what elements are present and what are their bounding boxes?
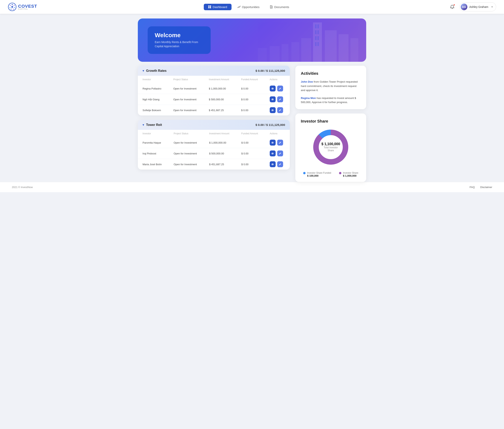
investment-amount: $ 1,000,000.00 bbox=[204, 83, 236, 94]
investor-name: Regina Pollastro bbox=[138, 83, 169, 94]
row-actions bbox=[265, 94, 290, 105]
project-status: Open for Investment bbox=[169, 105, 204, 116]
investment-amount: $ 500,000.00 bbox=[204, 148, 237, 159]
view-button[interactable] bbox=[270, 161, 276, 167]
row-actions bbox=[265, 148, 290, 159]
tower-reit-total: $ 0.00 / $ 111,125,000 bbox=[256, 123, 285, 126]
col-investment-1: Investment Amount bbox=[204, 76, 236, 83]
activities-list: John Doe from Golden Tower Project reque… bbox=[301, 80, 361, 105]
legend-share: Investor Share $ 1,000,000 bbox=[339, 172, 358, 177]
activity-item: Regina Mon has requested to Invest amoun… bbox=[301, 96, 361, 105]
edit-button[interactable] bbox=[277, 96, 283, 102]
welcome-box: Welcome Earn Monthly Rents & Benefit Fro… bbox=[148, 26, 211, 54]
svg-point-52 bbox=[272, 153, 273, 154]
project-status: Open for Investment bbox=[169, 83, 204, 94]
svg-point-40 bbox=[272, 88, 273, 89]
nav-opportunities[interactable]: Opportunities bbox=[233, 4, 264, 10]
growth-rates-table: Investor Project Status Investment Amoun… bbox=[138, 76, 290, 115]
row-actions bbox=[265, 105, 290, 116]
table-row: Ngô Hải Giang Open for Investment $ 500,… bbox=[138, 94, 290, 105]
activities-title: Activities bbox=[301, 71, 361, 76]
growth-rates-title: Growth Rates bbox=[146, 69, 167, 73]
donut-chart-container: $ 1,100,000 Total Investor Share bbox=[301, 127, 361, 167]
investor-name: Ngô Hải Giang bbox=[138, 94, 169, 105]
svg-line-10 bbox=[12, 5, 14, 7]
edit-button[interactable] bbox=[277, 161, 283, 167]
view-button[interactable] bbox=[270, 107, 276, 113]
investment-amount: $ 1,000,000.00 bbox=[204, 137, 237, 148]
col-status-1: Project Status bbox=[169, 76, 204, 83]
funded-amount: $ 0.00 bbox=[237, 148, 265, 159]
nav-dashboard[interactable]: Dashboard bbox=[204, 4, 231, 10]
view-button[interactable] bbox=[270, 140, 276, 146]
notification-dot bbox=[453, 4, 455, 6]
user-name: Ashley Graham bbox=[469, 5, 488, 9]
col-investor-2: Investor bbox=[138, 130, 169, 137]
col-investor-1: Investor bbox=[138, 76, 169, 83]
legend-share-dot bbox=[339, 172, 341, 174]
table-row: Sofietje Boksem Open for Investment $ 45… bbox=[138, 105, 290, 116]
project-status: Open for Investment bbox=[169, 94, 204, 105]
investment-amount: $ 451,687.25 bbox=[204, 159, 237, 170]
row-actions bbox=[265, 83, 290, 94]
footer-faq[interactable]: FAQ bbox=[469, 186, 475, 189]
nav-documents[interactable]: Documents bbox=[265, 4, 294, 10]
legend-funded-value: $ 100,000 bbox=[307, 174, 331, 177]
view-button[interactable] bbox=[270, 150, 276, 156]
funded-amount: $ 0.00 bbox=[237, 137, 265, 148]
row-actions bbox=[265, 159, 290, 170]
svg-point-46 bbox=[272, 110, 273, 111]
svg-rect-17 bbox=[210, 6, 211, 7]
collapse-icon[interactable]: ▾ bbox=[143, 69, 144, 73]
navbar: COVEST CAPITAL Dashboard Opportunities D… bbox=[0, 0, 504, 14]
edit-button[interactable] bbox=[277, 107, 283, 113]
user-menu-button[interactable]: AG Ashley Graham ▼ bbox=[459, 2, 496, 11]
investor-name: Iraj Pirdoost bbox=[138, 148, 169, 159]
footer-links: FAQ Disclaimer bbox=[469, 186, 492, 189]
opportunities-icon bbox=[237, 5, 241, 9]
logo-icon bbox=[8, 3, 17, 11]
svg-rect-18 bbox=[208, 7, 209, 8]
legend-funded-dot bbox=[303, 172, 306, 174]
edit-button[interactable] bbox=[277, 86, 283, 91]
user-avatar: AG bbox=[461, 4, 467, 10]
tower-reit-header: ▾ Tower Reit $ 0.00 / $ 111,125,000 bbox=[138, 120, 290, 130]
chevron-down-icon: ▼ bbox=[491, 6, 493, 8]
growth-rates-header: ▾ Growth Rates $ 0.00 / $ 111,125,000 bbox=[138, 66, 290, 76]
footer: 2021 © InvestNow FAQ Disclaimer bbox=[0, 182, 504, 192]
right-column: Activities John Doe from Golden Tower Pr… bbox=[295, 66, 366, 182]
legend-share-label: Investor Share bbox=[343, 172, 358, 174]
edit-button[interactable] bbox=[277, 150, 283, 156]
donut-total-amount: $ 1,100,000 bbox=[321, 142, 340, 146]
funded-amount: $ 0.00 bbox=[236, 94, 265, 105]
view-button[interactable] bbox=[270, 96, 276, 102]
investor-share-card: Investor Share $ 1,100,000 Total Investo… bbox=[295, 114, 366, 182]
table-row: Iraj Pirdoost Open for Investment $ 500,… bbox=[138, 148, 290, 159]
svg-line-15 bbox=[10, 5, 12, 7]
funded-amount: $ 0.00 bbox=[236, 105, 265, 116]
activity-actor: Regina Mon bbox=[301, 96, 316, 99]
tower-reit-card: ▾ Tower Reit $ 0.00 / $ 111,125,000 Inve… bbox=[138, 120, 290, 170]
left-column: ▾ Growth Rates $ 0.00 / $ 111,125,000 In… bbox=[138, 66, 290, 170]
col-status-2: Project Status bbox=[169, 130, 204, 137]
growth-rates-total: $ 0.00 / $ 111,125,000 bbox=[256, 69, 285, 72]
footer-disclaimer[interactable]: Disclaimer bbox=[480, 186, 492, 189]
view-button[interactable] bbox=[270, 86, 276, 91]
main-layout: ▾ Growth Rates $ 0.00 / $ 111,125,000 In… bbox=[138, 50, 366, 182]
svg-point-43 bbox=[272, 99, 273, 100]
nav-links: Dashboard Opportunities Documents bbox=[49, 4, 448, 10]
collapse-icon-2[interactable]: ▾ bbox=[143, 123, 144, 127]
investor-name: Paromita Haque bbox=[138, 137, 169, 148]
investor-share-title: Investor Share bbox=[301, 119, 361, 123]
row-actions bbox=[265, 137, 290, 148]
legend-funded: Investor Share Funded $ 100,000 bbox=[303, 172, 331, 177]
col-investment-2: Investment Amount bbox=[204, 130, 237, 137]
legend-funded-label: Investor Share Funded bbox=[307, 172, 331, 174]
notifications-button[interactable] bbox=[449, 3, 456, 11]
project-status: Open for Investment bbox=[169, 159, 204, 170]
dashboard-icon bbox=[208, 5, 211, 9]
col-actions-1: Actions bbox=[265, 76, 290, 83]
edit-button[interactable] bbox=[277, 140, 283, 146]
project-status: Open for Investment bbox=[169, 137, 204, 148]
investment-amount: $ 500,000.00 bbox=[204, 94, 236, 105]
